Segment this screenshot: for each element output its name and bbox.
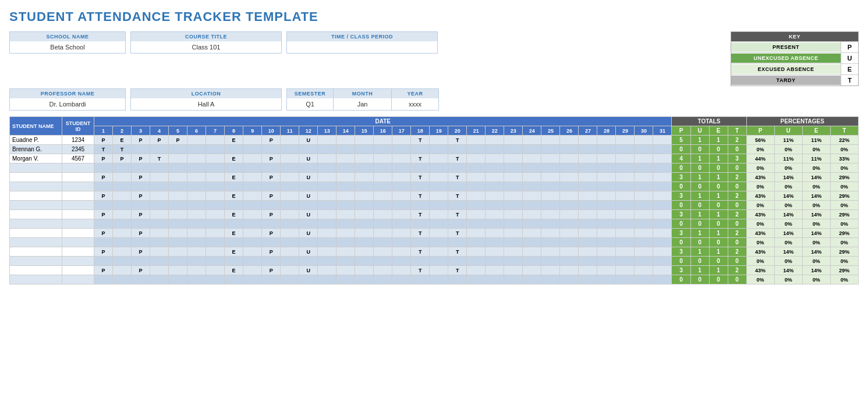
attendance-cell[interactable] xyxy=(411,219,430,229)
attendance-cell[interactable] xyxy=(225,182,243,191)
attendance-cell[interactable] xyxy=(579,154,597,163)
attendance-cell[interactable] xyxy=(635,266,653,275)
attendance-cell[interactable] xyxy=(560,136,579,145)
attendance-cell[interactable]: T xyxy=(94,145,113,154)
student-name-cell[interactable] xyxy=(10,229,62,238)
location-value[interactable]: Hall A xyxy=(131,98,281,110)
attendance-cell[interactable] xyxy=(355,182,374,191)
attendance-cell[interactable]: E xyxy=(225,247,243,257)
attendance-cell[interactable] xyxy=(467,219,486,229)
attendance-cell[interactable] xyxy=(243,266,262,275)
attendance-cell[interactable] xyxy=(523,275,541,284)
attendance-cell[interactable]: T xyxy=(411,173,430,182)
attendance-cell[interactable] xyxy=(299,219,318,229)
attendance-cell[interactable] xyxy=(504,219,523,229)
attendance-cell[interactable] xyxy=(430,229,448,238)
attendance-cell[interactable] xyxy=(169,257,187,266)
attendance-cell[interactable] xyxy=(392,247,411,257)
attendance-cell[interactable] xyxy=(579,275,597,284)
attendance-cell[interactable] xyxy=(597,238,616,247)
attendance-cell[interactable] xyxy=(187,257,206,266)
attendance-cell[interactable] xyxy=(579,210,597,219)
attendance-cell[interactable] xyxy=(374,238,392,247)
attendance-cell[interactable] xyxy=(169,173,187,182)
attendance-cell[interactable] xyxy=(579,182,597,191)
attendance-cell[interactable] xyxy=(616,266,635,275)
attendance-cell[interactable] xyxy=(94,219,113,229)
student-id-cell[interactable] xyxy=(62,229,94,238)
attendance-cell[interactable] xyxy=(206,191,225,201)
attendance-cell[interactable] xyxy=(243,219,262,229)
attendance-cell[interactable] xyxy=(187,136,206,145)
attendance-cell[interactable] xyxy=(206,238,225,247)
attendance-cell[interactable]: T xyxy=(411,136,430,145)
attendance-cell[interactable]: P xyxy=(132,154,150,163)
attendance-cell[interactable] xyxy=(206,229,225,238)
attendance-cell[interactable] xyxy=(635,191,653,201)
attendance-cell[interactable] xyxy=(411,275,430,284)
attendance-cell[interactable] xyxy=(635,163,653,173)
student-name-cell[interactable] xyxy=(10,163,62,173)
attendance-cell[interactable] xyxy=(597,173,616,182)
attendance-cell[interactable] xyxy=(281,201,299,210)
attendance-cell[interactable] xyxy=(187,210,206,219)
attendance-cell[interactable] xyxy=(504,191,523,201)
attendance-cell[interactable]: P xyxy=(132,136,150,145)
attendance-cell[interactable] xyxy=(430,163,448,173)
student-id-cell[interactable] xyxy=(62,163,94,173)
attendance-cell[interactable] xyxy=(579,163,597,173)
attendance-cell[interactable] xyxy=(504,201,523,210)
attendance-cell[interactable] xyxy=(318,238,336,247)
student-name-cell[interactable] xyxy=(10,266,62,275)
student-name-cell[interactable] xyxy=(10,210,62,219)
attendance-cell[interactable] xyxy=(355,163,374,173)
attendance-cell[interactable] xyxy=(336,257,355,266)
attendance-cell[interactable] xyxy=(187,219,206,229)
attendance-cell[interactable] xyxy=(579,219,597,229)
attendance-cell[interactable] xyxy=(355,275,374,284)
attendance-cell[interactable] xyxy=(355,266,374,275)
attendance-cell[interactable] xyxy=(374,210,392,219)
attendance-cell[interactable] xyxy=(411,238,430,247)
attendance-cell[interactable] xyxy=(150,201,169,210)
attendance-cell[interactable] xyxy=(318,229,336,238)
student-id-cell[interactable] xyxy=(62,257,94,266)
attendance-cell[interactable] xyxy=(486,210,504,219)
attendance-cell[interactable] xyxy=(523,163,541,173)
student-name-cell[interactable] xyxy=(10,173,62,182)
student-id-cell[interactable]: 1234 xyxy=(62,136,94,145)
attendance-cell[interactable] xyxy=(187,154,206,163)
attendance-cell[interactable]: T xyxy=(411,210,430,219)
attendance-cell[interactable] xyxy=(113,238,132,247)
attendance-cell[interactable] xyxy=(318,247,336,257)
attendance-cell[interactable] xyxy=(653,266,672,275)
attendance-cell[interactable] xyxy=(504,136,523,145)
attendance-cell[interactable] xyxy=(336,163,355,173)
attendance-cell[interactable] xyxy=(579,173,597,182)
attendance-cell[interactable] xyxy=(560,229,579,238)
attendance-cell[interactable] xyxy=(560,257,579,266)
attendance-cell[interactable]: U xyxy=(299,136,318,145)
attendance-cell[interactable]: E xyxy=(225,154,243,163)
attendance-cell[interactable] xyxy=(560,163,579,173)
attendance-cell[interactable]: P xyxy=(113,154,132,163)
attendance-cell[interactable] xyxy=(169,247,187,257)
attendance-cell[interactable] xyxy=(169,154,187,163)
attendance-cell[interactable] xyxy=(579,191,597,201)
attendance-cell[interactable] xyxy=(653,219,672,229)
attendance-cell[interactable] xyxy=(430,210,448,219)
attendance-cell[interactable] xyxy=(486,266,504,275)
attendance-cell[interactable] xyxy=(336,145,355,154)
attendance-cell[interactable]: T xyxy=(448,173,467,182)
attendance-cell[interactable] xyxy=(169,266,187,275)
attendance-cell[interactable] xyxy=(504,238,523,247)
school-name-value[interactable]: Beta School xyxy=(10,41,125,53)
attendance-cell[interactable] xyxy=(411,182,430,191)
attendance-cell[interactable] xyxy=(243,275,262,284)
attendance-cell[interactable] xyxy=(579,229,597,238)
attendance-cell[interactable] xyxy=(206,219,225,229)
attendance-cell[interactable] xyxy=(281,229,299,238)
attendance-cell[interactable] xyxy=(206,154,225,163)
attendance-cell[interactable] xyxy=(392,219,411,229)
attendance-cell[interactable] xyxy=(467,182,486,191)
